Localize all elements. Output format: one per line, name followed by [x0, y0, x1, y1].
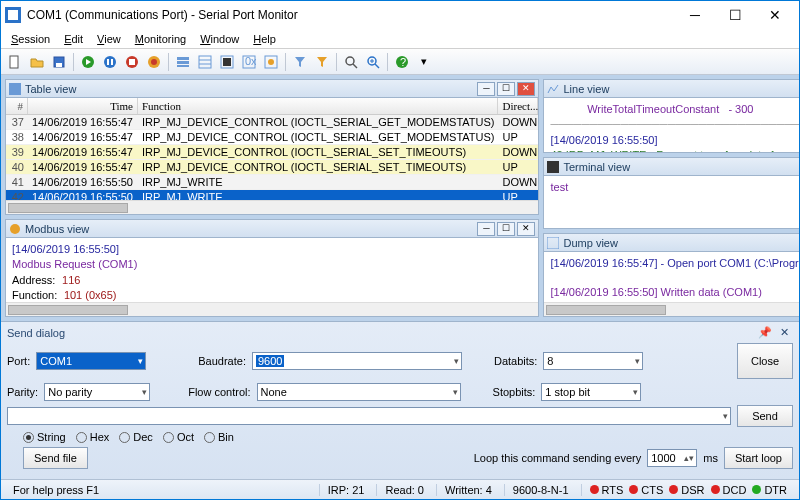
led-dtr: DTR — [752, 484, 787, 496]
radio-hex[interactable]: Hex — [76, 431, 110, 443]
pane-close-button[interactable]: ✕ — [517, 82, 535, 96]
h-scrollbar[interactable] — [544, 302, 799, 316]
svg-point-28 — [10, 224, 20, 234]
table-row[interactable]: 3814/06/2019 16:55:47IRP_MJ_DEVICE_CONTR… — [6, 130, 538, 145]
maximize-button[interactable]: ☐ — [715, 1, 755, 29]
close-button[interactable]: Close — [737, 343, 793, 379]
svg-rect-13 — [177, 57, 189, 60]
svg-point-22 — [268, 59, 274, 65]
filter2-icon[interactable] — [312, 52, 332, 72]
status-written: Written: 4 — [436, 484, 500, 496]
pane-title: Modbus view — [25, 223, 477, 235]
svg-rect-18 — [223, 58, 231, 66]
modbus-body[interactable]: [14/06/2019 16:55:50] Modbus Request (CO… — [6, 238, 538, 302]
terminal-body[interactable]: test — [544, 176, 799, 228]
help-icon[interactable]: ? — [392, 52, 412, 72]
parity-label: Parity: — [7, 386, 38, 398]
pane-min-button[interactable]: ─ — [477, 222, 495, 236]
table-row[interactable]: 4214/06/2019 16:55:50IRP_MJ_WRITEUP — [6, 190, 538, 200]
flow-label: Flow control: — [188, 386, 250, 398]
minimize-button[interactable]: ─ — [675, 1, 715, 29]
stopbits-label: Stopbits: — [493, 386, 536, 398]
radio-bin[interactable]: Bin — [204, 431, 234, 443]
svg-rect-7 — [107, 59, 109, 65]
send-button[interactable]: Send — [737, 405, 793, 427]
table-header[interactable]: # Time Function Direct... — [6, 98, 538, 115]
line-icon — [547, 83, 559, 95]
menu-session[interactable]: Session — [5, 31, 56, 47]
record-icon[interactable] — [144, 52, 164, 72]
workspace: Table view─☐✕ # Time Function Direct... … — [1, 75, 799, 321]
close-button[interactable]: ✕ — [755, 1, 795, 29]
led-dcd: DCD — [711, 484, 747, 496]
view5-icon[interactable] — [261, 52, 281, 72]
pane-min-button[interactable]: ─ — [477, 82, 495, 96]
menu-edit[interactable]: Edit — [58, 31, 89, 47]
svg-point-6 — [104, 56, 116, 68]
view4-icon[interactable]: 0x — [239, 52, 259, 72]
pane-title: Line view — [563, 83, 799, 95]
table-body[interactable]: # Time Function Direct... 3714/06/2019 1… — [6, 98, 538, 200]
send-file-button[interactable]: Send file — [23, 447, 88, 469]
table-row[interactable]: 4114/06/2019 16:55:50IRP_MJ_WRITEDOWN — [6, 175, 538, 190]
pane-max-button[interactable]: ☐ — [497, 82, 515, 96]
h-scrollbar[interactable] — [6, 200, 538, 214]
send-close-button[interactable]: ✕ — [776, 326, 793, 339]
table-row[interactable]: 3714/06/2019 16:55:47IRP_MJ_DEVICE_CONTR… — [6, 115, 538, 130]
table-view-pane: Table view─☐✕ # Time Function Direct... … — [5, 79, 539, 215]
send-input[interactable]: ▾ — [7, 407, 731, 425]
pane-title: Table view — [25, 83, 477, 95]
svg-rect-15 — [177, 65, 189, 67]
view3-icon[interactable] — [217, 52, 237, 72]
start-loop-button[interactable]: Start loop — [724, 447, 793, 469]
send-pin-button[interactable]: 📌 — [754, 326, 776, 339]
stopbits-select[interactable]: 1 stop bit▾ — [541, 383, 641, 401]
zoom-icon[interactable] — [363, 52, 383, 72]
flow-select[interactable]: None▾ — [257, 383, 461, 401]
view2-icon[interactable] — [195, 52, 215, 72]
svg-rect-29 — [547, 161, 559, 173]
loop-interval-input[interactable]: 1000▴▾ — [647, 449, 697, 467]
radio-string[interactable]: String — [23, 431, 66, 443]
menu-monitoring[interactable]: Monitoring — [129, 31, 192, 47]
table-icon — [9, 83, 21, 95]
svg-text:?: ? — [400, 56, 406, 68]
menu-window[interactable]: Window — [194, 31, 245, 47]
pause-icon[interactable] — [100, 52, 120, 72]
parity-select[interactable]: No parity▾ — [44, 383, 150, 401]
menu-view[interactable]: View — [91, 31, 127, 47]
databits-select[interactable]: 8▾ — [543, 352, 643, 370]
baud-select[interactable]: 9600▾ — [252, 352, 462, 370]
pane-close-button[interactable]: ✕ — [517, 222, 535, 236]
open-icon[interactable] — [27, 52, 47, 72]
databits-label: Databits: — [494, 355, 537, 367]
menu-help[interactable]: Help — [247, 31, 282, 47]
filter1-icon[interactable] — [290, 52, 310, 72]
loop-label: Loop this command sending every — [474, 452, 642, 464]
svg-rect-10 — [129, 59, 135, 65]
new-icon[interactable] — [5, 52, 25, 72]
h-scrollbar[interactable] — [6, 302, 538, 316]
play-icon[interactable] — [78, 52, 98, 72]
app-icon — [5, 7, 21, 23]
svg-point-23 — [346, 57, 354, 65]
dump-view-pane: Dump view─☐✕ [14/06/2019 16:55:47] - Ope… — [543, 233, 799, 317]
dropdown-icon[interactable]: ▾ — [414, 52, 434, 72]
stop-icon[interactable] — [122, 52, 142, 72]
radio-dec[interactable]: Dec — [119, 431, 153, 443]
port-label: Port: — [7, 355, 30, 367]
menubar: Session Edit View Monitoring Window Help — [1, 29, 799, 49]
table-row[interactable]: 4014/06/2019 16:55:47IRP_MJ_DEVICE_CONTR… — [6, 160, 538, 175]
port-select[interactable]: COM1▾ — [36, 352, 146, 370]
modbus-icon — [9, 223, 21, 235]
radio-oct[interactable]: Oct — [163, 431, 194, 443]
line-body[interactable]: WriteTotalTimeoutConstant - 300 ────────… — [544, 98, 799, 152]
dump-body[interactable]: [14/06/2019 16:55:47] - Open port COM1 (… — [544, 252, 799, 302]
pane-max-button[interactable]: ☐ — [497, 222, 515, 236]
save-icon[interactable] — [49, 52, 69, 72]
view1-icon[interactable] — [173, 52, 193, 72]
search-icon[interactable] — [341, 52, 361, 72]
status-irp: IRP: 21 — [319, 484, 373, 496]
table-row[interactable]: 3914/06/2019 16:55:47IRP_MJ_DEVICE_CONTR… — [6, 145, 538, 160]
send-dialog: Send dialog📌✕ Port: COM1▾ Baudrate: 9600… — [1, 321, 799, 479]
